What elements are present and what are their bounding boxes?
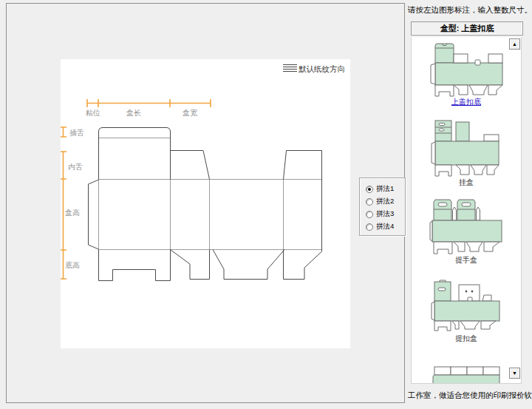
radio-layout-2[interactable]: 拼法2 [366, 195, 405, 208]
radio-icon[interactable] [366, 211, 373, 218]
radio-label: 拼法4 [376, 222, 394, 231]
dieline-diagram: 默认纸纹方向 粘位 盒长 盒宽 插舌 内舌 盒高 底高 [61, 59, 350, 348]
box-type-thumb-tikouhe[interactable] [431, 279, 505, 331]
box-type-label-shangga-koudi[interactable]: 上盖扣底 [411, 97, 522, 107]
radio-layout-3[interactable]: 拼法3 [366, 208, 405, 220]
dieline-creases [99, 138, 322, 250]
left-dimension-ruler [61, 127, 66, 279]
grain-direction-label: 默认纸纹方向 [299, 64, 345, 73]
box-type-list [411, 37, 522, 384]
box-type-label-tikouhe[interactable]: 提扣盒 [411, 334, 522, 344]
drawing-canvas: 默认纸纹方向 粘位 盒长 盒宽 插舌 内舌 盒高 底高 [61, 59, 350, 348]
scroll-up-button[interactable]: ▲ [509, 38, 520, 50]
scroll-down-icon: ▼ [512, 371, 517, 376]
dim-label-inner-tongue[interactable]: 内舌 [68, 163, 83, 171]
dim-label-bottom-height[interactable]: 底高 [65, 261, 80, 269]
dim-label-glue[interactable]: 粘位 [86, 109, 100, 117]
radio-label: 拼法2 [376, 197, 394, 206]
radio-label: 拼法3 [376, 209, 394, 219]
radio-layout-4[interactable]: 拼法4 [366, 220, 405, 233]
box-type-thumb-shangga-koudi[interactable] [429, 42, 508, 98]
scroll-up-icon: ▲ [512, 41, 517, 47]
box-type-thumb-guahe[interactable] [431, 119, 505, 177]
dim-label-box-height[interactable]: 盒高 [64, 209, 80, 217]
dim-label-box-width[interactable]: 盒宽 [182, 109, 197, 117]
radio-icon[interactable] [366, 223, 373, 231]
grain-direction-icon [283, 65, 297, 72]
radio-icon[interactable] [366, 198, 373, 206]
box-type-thumb-tishouhe[interactable] [429, 196, 507, 254]
box-type-header: 盒型: 上盖扣底 [411, 21, 523, 36]
scroll-down-button[interactable]: ▼ [509, 368, 520, 379]
box-type-label-guahe[interactable]: 挂盒 [411, 178, 522, 188]
dim-label-box-length[interactable]: 盒长 [126, 109, 141, 117]
box-type-label-tishouhe[interactable]: 提手盒 [411, 255, 522, 266]
top-dimension-ruler [87, 99, 211, 107]
radio-layout-1[interactable]: 拼法1 [366, 183, 405, 195]
box-type-thumb-partial[interactable] [432, 365, 505, 384]
instruction-text: 请按左边图形标注，输入整数尺寸。 [408, 5, 531, 16]
radio-icon[interactable] [366, 186, 373, 193]
dieline-cuts [89, 128, 322, 281]
layout-method-group: 拼法1 拼法2 拼法3 拼法4 [359, 178, 406, 236]
footer-text: 工作室，做适合您使用的印刷报价软件 [408, 391, 532, 401]
dim-label-insert-tongue[interactable]: 插舌 [69, 129, 84, 137]
radio-label: 拼法1 [376, 184, 394, 194]
